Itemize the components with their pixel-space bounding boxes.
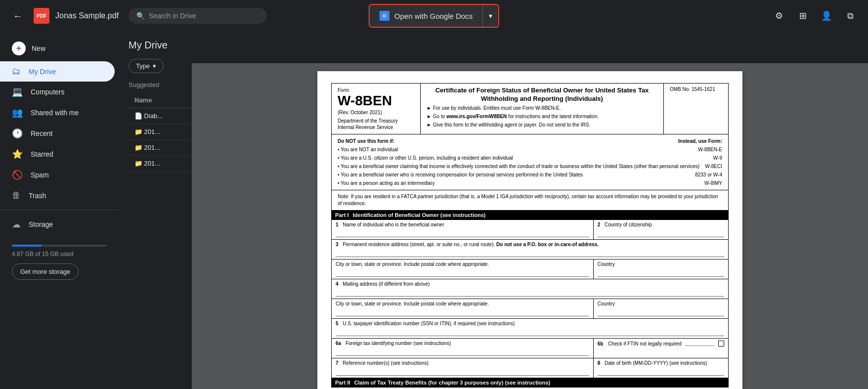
field8-label: Date of birth (MM-DD-YYYY) (see instruct…: [605, 360, 707, 366]
topbar-right: ⚙ ⊞ 👤 ⧉: [769, 6, 860, 26]
part2-title: Claim of Tax Treaty Benefits (for chapte…: [354, 380, 551, 386]
field4b-country-value[interactable]: [598, 307, 724, 316]
grid-icon-btn[interactable]: ⊞: [793, 6, 813, 26]
field4-value[interactable]: [336, 288, 724, 297]
field-cell-8: 8 Date of birth (MM-DD-YYYY) (see instru…: [594, 358, 728, 378]
part2-label: Part II: [335, 380, 350, 386]
open-with-docs-wrapper: D Open with Google Docs ▾: [369, 4, 499, 28]
not-use-item: • You are a U.S. citizen or other U.S. p…: [338, 154, 722, 162]
field6b-row: 6b Check if FTIN not legally required: [598, 341, 724, 346]
field5-label: U.S. taxpayer identification number (SSN…: [343, 321, 515, 326]
docs-icon: D: [380, 11, 390, 21]
open-with-docs-button[interactable]: D Open with Google Docs: [370, 5, 482, 27]
field-row-3b: City or town, state or province. Include…: [332, 259, 728, 279]
not-use-text: • You are a person acting as an intermed…: [338, 179, 434, 187]
field3b-country-value[interactable]: [598, 268, 724, 277]
open-new-btn[interactable]: ⧉: [840, 6, 860, 26]
sidebar-item-computers[interactable]: 💻 Computers: [0, 82, 115, 102]
computers-icon: 💻: [12, 86, 23, 97]
not-use-text: • You are a beneficial owner who is rece…: [338, 171, 583, 178]
file-title: Jonas Sample.pdf: [55, 11, 119, 20]
field2-value[interactable]: [598, 228, 724, 237]
pdf-icon: PDF: [34, 8, 49, 24]
sidebar-divider: [0, 210, 119, 210]
sidebar-item-spam[interactable]: 🚫 Spam: [0, 165, 115, 185]
not-use-form: W-8ECI: [705, 163, 722, 170]
field6a-value[interactable]: [336, 347, 589, 356]
sidebar-item-starred[interactable]: ⭐ Starred: [0, 144, 115, 165]
field-row-6: 6a Foreign tax identifying number (see i…: [332, 339, 728, 358]
pdf-overlay[interactable]: Form W-8BEN (Rev. October 2021) Departme…: [192, 63, 868, 389]
open-btn-dropdown[interactable]: ▾: [482, 5, 498, 27]
not-use-items-container: • You are NOT an individualW-8BEN-E• You…: [338, 146, 722, 187]
field3b-value[interactable]: [336, 268, 589, 277]
new-button[interactable]: + New: [0, 36, 115, 61]
shared-icon: 👥: [12, 107, 23, 118]
field4b-label: City or town, state or province. Include…: [336, 301, 489, 306]
instead-label: Instead, use Form:: [678, 137, 722, 145]
do-not-use-section: Do NOT use this form if: Instead, use Fo…: [331, 134, 729, 190]
search-placeholder: Search in Drive: [149, 12, 196, 20]
field3b-country-label: Country: [598, 261, 615, 267]
field8-value[interactable]: [598, 367, 724, 376]
sidebar-item-my-drive[interactable]: 🗂 My Drive: [0, 61, 115, 82]
spam-icon: 🚫: [12, 170, 23, 180]
field6a-label: Foreign tax identifying number (see inst…: [346, 341, 451, 346]
part1-label: Part I: [335, 212, 349, 218]
field7-value[interactable]: [336, 367, 589, 376]
settings-icon-btn[interactable]: ⚙: [769, 6, 789, 26]
part2-header: Part II Claim of Tax Treaty Benefits (fo…: [331, 378, 729, 388]
note-text: Note: If you are resident in a FATCA par…: [338, 194, 718, 206]
field1-value[interactable]: [336, 228, 589, 237]
not-use-item: • You are a person acting as an intermed…: [338, 179, 722, 187]
field3-num: 3: [336, 242, 339, 247]
note-box: Note: If you are resident in a FATCA par…: [331, 190, 729, 211]
field5-num: 5: [336, 321, 339, 326]
sidebar-item-recent[interactable]: 🕐 Recent: [0, 123, 115, 144]
field5-value[interactable]: [336, 327, 724, 336]
field7-num: 7: [336, 360, 339, 366]
search-bar[interactable]: 🔍 Search in Drive: [129, 8, 267, 24]
field6b-label: Check if FTIN not legally required: [608, 341, 681, 346]
sidebar: + New 🗂 My Drive 💻 Computers 👥 Shared wi…: [0, 32, 119, 389]
not-use-form: W-9: [713, 154, 722, 162]
sidebar-label-spam: Spam: [31, 171, 49, 179]
form-sub1: ► For use by individuals. Entities must …: [427, 105, 657, 112]
storage-icon: ☁: [12, 219, 21, 230]
main-area: + New 🗂 My Drive 💻 Computers 👥 Shared wi…: [0, 32, 868, 389]
field-cell-3b-country: Country: [594, 259, 728, 279]
type-filter-chevron: ▾: [153, 62, 156, 70]
form-header: Form W-8BEN (Rev. October 2021) Departme…: [331, 83, 729, 134]
storage-text: 4.87 GB of 15 GB used: [12, 251, 107, 258]
field-cell-3: 3 Permanent residence address (street, a…: [332, 240, 728, 259]
sidebar-label-computers: Computers: [31, 88, 64, 96]
part1-header: Part I Identification of Beneficial Owne…: [331, 211, 729, 220]
sidebar-item-storage[interactable]: ☁ Storage: [0, 214, 115, 235]
type-filter-label: Type: [136, 62, 150, 70]
form-label: Form: [338, 87, 414, 93]
form-sub2: ► Go to www.irs.gov/FormW8BEN for instru…: [427, 113, 657, 120]
sidebar-item-trash[interactable]: 🗑 Trash: [0, 185, 115, 206]
pdf-page: Form W-8BEN (Rev. October 2021) Departme…: [317, 71, 742, 389]
not-use-form: 8233 or W-4: [695, 171, 722, 178]
not-use-text: • You are a U.S. citizen or other U.S. p…: [338, 154, 513, 162]
account-icon-btn[interactable]: 👤: [817, 6, 836, 26]
field4b-value[interactable]: [336, 307, 589, 316]
form-left-header: Form W-8BEN (Rev. October 2021) Departme…: [332, 84, 421, 134]
sidebar-item-shared[interactable]: 👥 Shared with me: [0, 102, 115, 123]
field4-label: Mailing address (if different from above…: [343, 281, 430, 287]
field3b-label: City or town, state or province. Include…: [336, 261, 489, 267]
open-btn-label: Open with Google Docs: [394, 12, 473, 20]
not-use-text: • You are a beneficial owner claiming th…: [338, 163, 699, 170]
form-main-title: Certificate of Foreign Status of Benefic…: [427, 86, 657, 103]
field4-num: 4: [336, 281, 339, 287]
get-more-storage-button[interactable]: Get more storage: [12, 263, 79, 280]
field3-value[interactable]: [336, 248, 724, 257]
type-filter-button[interactable]: Type ▾: [129, 59, 164, 73]
back-button[interactable]: ←: [8, 6, 28, 26]
topbar: ← PDF Jonas Sample.pdf 🔍 Search in Drive…: [0, 0, 868, 32]
field6b-checkbox[interactable]: [718, 341, 724, 346]
field2-label: Country of citizenship: [605, 222, 652, 227]
field7-label: Reference number(s) (see instructions): [343, 360, 428, 366]
field-row-3: 3 Permanent residence address (street, a…: [332, 240, 728, 259]
